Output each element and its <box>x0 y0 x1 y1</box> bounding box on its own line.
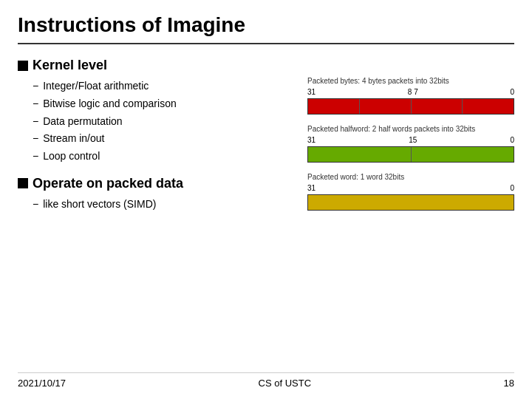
kernel-bullet <box>18 61 28 71</box>
content-area: Kernel level − Integer/Float arithmetic … <box>18 55 514 372</box>
operate-heading-label: Operate on packed data <box>33 176 183 191</box>
bar-segment <box>308 195 514 210</box>
kernel-sub-items: − Integer/Float arithmetic − Bitwise log… <box>33 78 300 166</box>
bar-segment <box>412 99 463 114</box>
kernel-heading-label: Kernel level <box>33 58 107 73</box>
list-item: − Data permutation <box>33 113 300 131</box>
footer: 2021/10/17 CS of USTC 18 <box>18 372 514 389</box>
bar-segment <box>412 147 514 162</box>
diagram-word-label: Packeted word: 1 word 32bits <box>307 173 514 181</box>
diagram-word-numbers: 31 0 <box>307 184 514 192</box>
footer-date: 2021/10/17 <box>18 378 66 389</box>
diagram-bytes-label: Packeted bytes: 4 bytes packets into 32b… <box>307 77 514 85</box>
diagram-bytes: Packeted bytes: 4 bytes packets into 32b… <box>307 77 514 115</box>
list-item: − Integer/Float arithmetic <box>33 78 300 95</box>
diagram-bytes-numbers: 31 8 7 0 <box>307 88 514 96</box>
diagram-bytes-bar <box>307 98 514 115</box>
list-item: − Loop control <box>33 148 300 166</box>
bar-segment <box>463 99 514 114</box>
list-item: − Bitwise logic and comparison <box>33 95 300 113</box>
operate-bullet <box>18 178 28 188</box>
footer-page: 18 <box>504 378 514 389</box>
diagram-word-bar <box>307 194 514 211</box>
bar-segment <box>360 99 412 114</box>
diagram-halfword-label: Packeted halfword: 2 half words packets … <box>307 125 514 133</box>
footer-center: CS of USTC <box>259 378 312 389</box>
operate-sub-items: − like short vectors (SIMD) <box>33 196 300 214</box>
section-operate-heading: Operate on packed data <box>18 176 300 191</box>
diagram-word: Packeted word: 1 word 32bits 31 0 <box>307 173 514 211</box>
right-column: Packeted bytes: 4 bytes packets into 32b… <box>307 55 514 372</box>
list-item: − Stream in/out <box>33 130 300 148</box>
diagram-halfword-bar <box>307 146 514 163</box>
diagram-halfword: Packeted halfword: 2 half words packets … <box>307 125 514 163</box>
list-item: − like short vectors (SIMD) <box>33 196 300 214</box>
bar-segment <box>308 147 412 162</box>
slide-title: Instructions of Imagine <box>18 13 514 44</box>
slide: Instructions of Imagine Kernel level − I… <box>0 0 532 399</box>
diagram-halfword-numbers: 31 15 0 <box>307 136 514 144</box>
bar-segment <box>308 99 360 114</box>
section-kernel-heading: Kernel level <box>18 58 300 73</box>
left-column: Kernel level − Integer/Float arithmetic … <box>18 55 300 372</box>
